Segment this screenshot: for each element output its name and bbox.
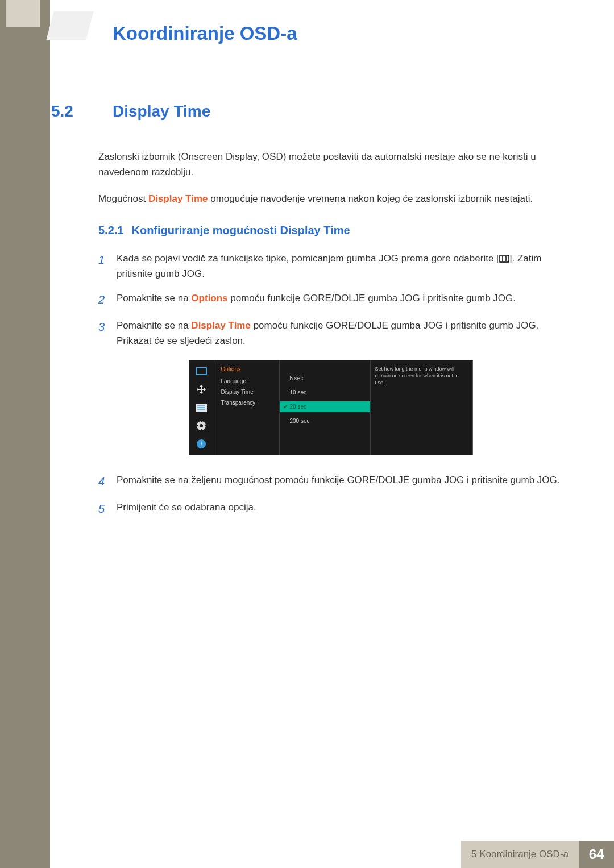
step-3-number: 3	[98, 318, 109, 348]
svg-rect-4	[197, 368, 206, 374]
step-4-text: Pomaknite se na željenu mogućnost pomoću…	[117, 472, 563, 491]
content: 5.2 Display Time Zaslonski izbornik (Ons…	[50, 102, 614, 527]
osd-help-column: Set how long the menu window will remain…	[371, 360, 472, 455]
osd-panel: i Options Language Display Time Transpar…	[189, 360, 473, 455]
footer-page-number: 64	[579, 841, 614, 868]
osd-sidebar: i	[189, 360, 214, 455]
step-list-continued: 4 Pomaknite se na željenu mogućnost pomo…	[98, 472, 563, 518]
list-icon	[194, 402, 208, 413]
step-5-number: 5	[98, 500, 109, 518]
osd-opt-200sec: 200 sec	[280, 416, 370, 426]
step-2-highlight: Options	[191, 293, 227, 304]
section-title: Display Time	[113, 102, 210, 121]
step-3-highlight: Display Time	[191, 320, 251, 331]
step-2: 2 Pomaknite se na Options pomoću funkcij…	[98, 290, 563, 309]
osd-menu-transparency: Transparency	[214, 397, 279, 408]
step-2-a: Pomaknite se na	[117, 293, 191, 304]
intro-2-highlight: Display Time	[148, 193, 208, 204]
intro-2-pre: Mogućnost	[98, 193, 148, 204]
step-list: 1 Kada se pojavi vodič za funkcijske tip…	[98, 251, 563, 349]
subsection-title: Konfiguriranje mogućnosti Display Time	[131, 224, 350, 237]
osd-menu-title: Options	[214, 365, 279, 376]
menu-icon	[499, 255, 509, 263]
osd-screenshot: i Options Language Display Time Transpar…	[98, 360, 563, 455]
svg-text:i: i	[200, 440, 202, 448]
footer-chapter-label: 5 Koordiniranje OSD-a	[461, 841, 579, 868]
step-3: 3 Pomaknite se na Display Time pomoću fu…	[98, 318, 563, 348]
section-heading: 5.2 Display Time	[50, 102, 563, 121]
picture-icon	[194, 366, 208, 376]
page-body: Koordiniranje OSD-a 5.2 Display Time Zas…	[50, 0, 614, 868]
intro-paragraph-1: Zaslonski izbornik (Onscreen Display, OS…	[98, 149, 563, 180]
footer: 5 Koordiniranje OSD-a 64	[50, 841, 614, 868]
intro-paragraph-2: Mogućnost Display Time omogućuje navođen…	[98, 191, 563, 206]
osd-opt-5sec: 5 sec	[280, 373, 370, 384]
step-3-a: Pomaknite se na	[117, 320, 191, 331]
step-1-number: 1	[98, 251, 109, 281]
subsection-heading: 5.2.1 Konfiguriranje mogućnosti Display …	[98, 224, 563, 237]
section-number: 5.2	[50, 102, 113, 121]
step-1-text: Kada se pojavi vodič za funkcijske tipke…	[117, 251, 563, 281]
check-icon: ✔	[283, 404, 288, 410]
osd-opt-20sec-selected: ✔20 sec	[280, 401, 370, 412]
step-4-number: 4	[98, 472, 109, 491]
osd-menu-display-time: Display Time	[214, 387, 279, 397]
info-icon: i	[194, 439, 208, 449]
chapter-corner-graphic	[57, 6, 108, 45]
svg-rect-0	[500, 255, 509, 262]
osd-options-column: 5 sec 10 sec ✔20 sec 200 sec	[280, 360, 371, 455]
intro-2-post: omogućuje navođenje vremena nakon kojeg …	[208, 193, 533, 204]
step-2-text: Pomaknite se na Options pomoću funkcije …	[117, 290, 563, 309]
gear-icon	[194, 421, 208, 431]
step-1-text-a: Kada se pojavi vodič za funkcijske tipke…	[117, 253, 499, 264]
step-4: 4 Pomaknite se na željenu mogućnost pomo…	[98, 472, 563, 491]
left-sidebar	[0, 0, 50, 868]
chapter-title: Koordiniranje OSD-a	[113, 23, 297, 44]
svg-point-10	[200, 424, 203, 427]
step-1: 1 Kada se pojavi vodič za funkcijske tip…	[98, 251, 563, 281]
sidebar-accent	[6, 0, 40, 27]
move-icon	[194, 384, 208, 394]
osd-menu-column: Options Language Display Time Transparen…	[214, 360, 280, 455]
osd-opt-20sec-label: 20 sec	[290, 404, 306, 410]
step-5-text: Primijenit će se odabrana opcija.	[117, 500, 563, 518]
osd-opt-10sec: 10 sec	[280, 387, 370, 398]
subsection-number: 5.2.1	[98, 224, 123, 237]
step-2-b: pomoću funkcije GORE/DOLJE gumba JOG i p…	[228, 293, 516, 304]
step-3-text: Pomaknite se na Display Time pomoću funk…	[117, 318, 563, 348]
step-5: 5 Primijenit će se odabrana opcija.	[98, 500, 563, 518]
osd-menu-language: Language	[214, 376, 279, 387]
step-2-number: 2	[98, 290, 109, 309]
